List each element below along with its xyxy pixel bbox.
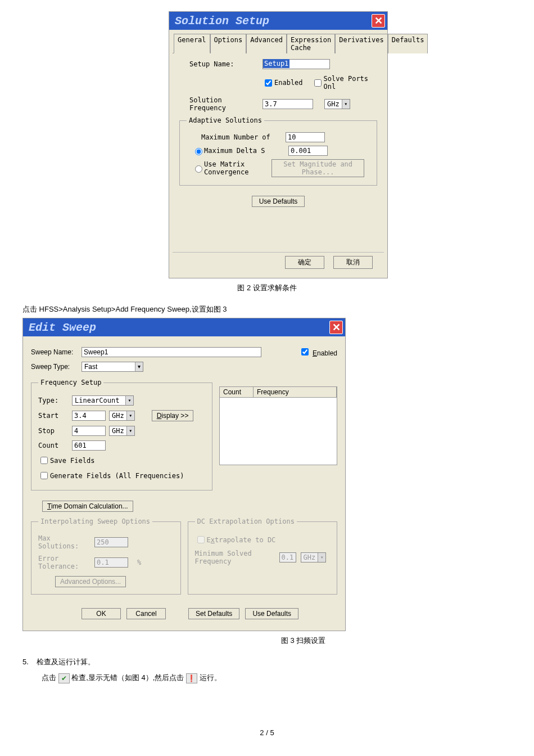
enabled-label: Enabled (313, 349, 337, 357)
stop-unit[interactable]: GHz▾ (109, 426, 135, 436)
start-input[interactable] (72, 411, 106, 421)
save-fields-checkbox[interactable] (40, 457, 48, 464)
max-number-label: Maximum Number of (201, 133, 286, 141)
list-header: Count Frequency (219, 386, 337, 398)
tab-row: General Options Advanced Expression Cach… (173, 33, 384, 53)
edit-sweep-dialog: Edit Sweep ✕ Sweep Name: Enabled Sweep T… (22, 318, 346, 631)
type-select[interactable]: LinearCount▾ (72, 395, 134, 406)
sweep-name-input[interactable] (82, 347, 261, 357)
min-freq-label: Minimum Solved Frequency (195, 550, 279, 565)
count-input[interactable] (72, 440, 106, 451)
tab-defaults[interactable]: Defaults (388, 34, 428, 53)
use-defaults-button[interactable]: Use Defaults (245, 608, 298, 619)
stop-label: Stop (38, 427, 72, 435)
max-delta-label: Maximum Delta S (204, 147, 288, 155)
count-label: Count (38, 442, 72, 449)
figure-3-caption: 图 3 扫频设置 (281, 636, 512, 646)
figure-2-caption: 图 2 设置求解条件 (22, 283, 512, 293)
chevron-down-icon: ▾ (125, 396, 133, 405)
col-count: Count (220, 387, 254, 397)
min-freq-input (279, 552, 296, 562)
enabled-label: Enabled (274, 79, 303, 87)
time-domain-button[interactable]: Time Domain Calculation... (42, 501, 133, 512)
adaptive-legend: Adaptive Solutions (187, 116, 264, 124)
matrix-conv-label: Use Matrix Convergence (204, 160, 271, 176)
ok-button[interactable]: OK (82, 608, 121, 619)
chevron-down-icon: ▾ (135, 362, 143, 371)
stop-input[interactable] (72, 426, 106, 436)
frequency-setup-group: Frequency Setup Type: LinearCount▾ Start… (31, 379, 212, 490)
solution-freq-label: Solution Frequency (189, 96, 263, 112)
extrapolate-label: Extrapolate to DC (207, 536, 276, 544)
dialog-title: Edit Sweep (29, 321, 96, 334)
step-5: 5. 检查及运行计算。 点击 ✔ 检查,显示无错（如图 4）,然后点击 ❗ 运行… (22, 657, 512, 683)
display-button[interactable]: Display >> (152, 410, 194, 421)
enabled-checkbox[interactable] (265, 79, 272, 87)
freq-setup-legend: Frequency Setup (38, 379, 103, 386)
dc-extrap-group: DC Extrapolation Options Extrapolate to … (188, 518, 338, 595)
chevron-down-icon: ▾ (318, 553, 325, 562)
max-delta-input[interactable] (288, 146, 328, 156)
enabled-checkbox[interactable] (301, 348, 309, 356)
solve-ports-label: Solve Ports Onl (324, 75, 384, 91)
error-tol-input (94, 557, 128, 568)
tab-options[interactable]: Options (210, 34, 247, 53)
solve-ports-checkbox[interactable] (314, 79, 322, 87)
step-title: 检查及运行计算。 (37, 658, 95, 666)
set-magnitude-button[interactable]: Set Magnitude and Phase... (271, 159, 364, 177)
extrapolate-checkbox (197, 536, 205, 543)
close-icon[interactable]: ✕ (372, 14, 385, 28)
dc-legend: DC Extrapolation Options (195, 518, 297, 525)
start-unit[interactable]: GHz▾ (109, 411, 135, 421)
use-defaults-button[interactable]: Use Defaults (252, 196, 305, 207)
sweep-name-label: Sweep Name: (31, 348, 82, 356)
instruction-text: 点击 HFSS>Analysis Setup>Add Frequency Swe… (22, 304, 512, 314)
adaptive-solutions-group: Adaptive Solutions Maximum Number of Max… (179, 116, 377, 186)
save-fields-label: Save Fields (50, 457, 94, 465)
tab-advanced[interactable]: Advanced (246, 34, 287, 53)
solution-freq-unit[interactable]: GHz▾ (324, 99, 350, 109)
setup-name-input[interactable]: Setup1 (263, 59, 330, 69)
max-solutions-input (94, 537, 128, 547)
min-freq-unit: GHz▾ (301, 552, 327, 562)
cancel-button[interactable]: Cancel (126, 608, 166, 619)
set-defaults-button[interactable]: Set Defaults (188, 608, 239, 619)
chevron-down-icon: ▾ (126, 411, 134, 420)
sweep-type-select[interactable]: Fast▾ (82, 362, 143, 372)
max-delta-radio[interactable] (195, 148, 202, 155)
gen-fields-label: Generate Fields (All Frequencies) (50, 472, 184, 480)
col-frequency: Frequency (254, 387, 337, 397)
close-icon[interactable]: ✕ (329, 321, 343, 334)
tab-general[interactable]: General (174, 34, 210, 53)
titlebar: Edit Sweep ✕ (23, 318, 345, 336)
sweep-type-label: Sweep Type: (31, 363, 82, 371)
solution-freq-input[interactable] (263, 99, 313, 109)
ok-button[interactable]: 确定 (285, 256, 324, 269)
matrix-conv-radio[interactable] (195, 165, 202, 173)
max-number-input[interactable] (286, 132, 325, 142)
interp-sweep-group: Interpolating Sweep Options Max Solution… (31, 518, 181, 595)
type-label: Type: (38, 397, 72, 404)
start-label: Start (38, 412, 72, 420)
tab-expression-cache[interactable]: Expression Cache (287, 34, 335, 53)
solution-setup-dialog: Solution Setup ✕ General Options Advance… (169, 11, 388, 278)
max-solutions-label: Max Solutions: (38, 534, 94, 550)
tab-derivatives[interactable]: Derivatives (335, 34, 387, 53)
chevron-down-icon: ▾ (342, 100, 350, 109)
page-number: 2 / 5 (22, 728, 512, 737)
dialog-title: Solution Setup (175, 15, 269, 28)
gen-fields-checkbox[interactable] (40, 472, 48, 479)
advanced-options-button: Advanced Options... (55, 576, 126, 587)
step-text-1: 点击 (42, 673, 56, 682)
interp-legend: Interpolating Sweep Options (38, 518, 152, 525)
setup-name-label: Setup Name: (189, 60, 263, 68)
titlebar: Solution Setup ✕ (169, 12, 387, 30)
step-num: 5. (22, 658, 29, 666)
chevron-down-icon: ▾ (126, 426, 134, 435)
percent-label: % (137, 559, 141, 566)
run-icon: ❗ (186, 673, 197, 683)
step-text-2: 检查,显示无错（如图 4）,然后点击 (71, 673, 184, 682)
cancel-button[interactable]: 取消 (333, 256, 373, 269)
error-tol-label: Error Tolerance: (38, 555, 94, 570)
list-body (219, 398, 337, 465)
